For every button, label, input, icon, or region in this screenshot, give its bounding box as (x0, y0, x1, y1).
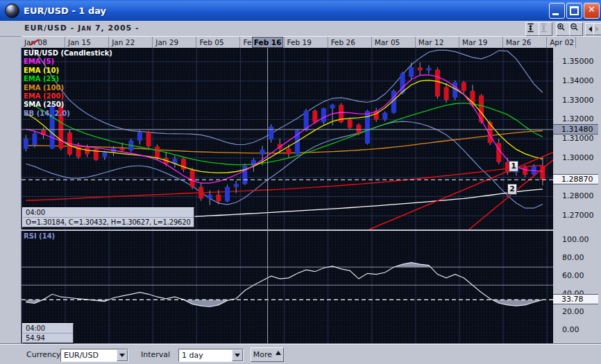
candle (208, 195, 212, 199)
axis-highlight-label: 1.28870 (553, 174, 598, 184)
candle (312, 111, 317, 123)
interval-select[interactable]: 1 day (178, 349, 244, 362)
candle (330, 105, 335, 108)
candle (155, 146, 160, 158)
candle (146, 132, 151, 146)
candle (190, 170, 195, 187)
axis-tick-label: 100.00 (562, 235, 589, 244)
axis-tick-label: 1.31000 (562, 134, 594, 143)
chevron-up-icon (276, 348, 281, 355)
trade-marker-2[interactable]: 2 (507, 184, 517, 195)
rsi-indicator-label: RSI (14) (24, 232, 55, 240)
rsi-tooltip-time: 04:00 (23, 324, 73, 333)
candle (269, 127, 273, 140)
axis-tick-label: 1.34000 (562, 76, 594, 85)
rsi-panel-grid (22, 231, 553, 344)
legend-item: EMA (5) (24, 58, 112, 66)
more-button-label: More (253, 350, 272, 359)
currency-dropdown-button[interactable] (117, 349, 128, 361)
candle (496, 143, 501, 162)
axis-highlight-label: 1.31480 (553, 124, 598, 135)
candle (426, 68, 431, 71)
candle (348, 120, 353, 128)
candle (418, 67, 423, 70)
currency-select[interactable]: EUR/USD (60, 349, 128, 362)
axis-tick-label: 1.32000 (562, 114, 594, 123)
price-tooltip-ohlc: O=1.30184, C=1.30432, H=1.30627, L=1.296… (23, 217, 194, 227)
legend-item: EMA (25) (24, 75, 112, 83)
candle (409, 67, 414, 77)
candle (435, 69, 440, 96)
legend-item: EMA (100) (24, 84, 112, 92)
candle (76, 146, 81, 157)
trade-marker-1[interactable]: 1 (509, 161, 518, 172)
interval-dropdown-button[interactable] (232, 349, 243, 361)
candle (102, 153, 107, 157)
candle (24, 139, 28, 149)
value-axis-gutter: 1.350001.340001.330001.320001.310001.300… (553, 48, 601, 344)
axis-tick-label: 60.00 (562, 271, 584, 280)
axis-tick-label: 80.00 (562, 253, 584, 262)
chevron-down-icon (235, 354, 240, 360)
axis-tick-label: 0.00 (562, 325, 579, 334)
axis-tick-label: 1.30000 (562, 153, 594, 162)
candle (382, 113, 387, 120)
candle (234, 184, 239, 187)
candle (137, 132, 142, 141)
candle (356, 125, 361, 134)
candle (321, 108, 326, 122)
legend-item: BB (14, 2.0) (24, 110, 112, 118)
axis-tick-label: 1.28000 (562, 191, 594, 200)
candle (94, 149, 99, 160)
axis-tick-label: 1.33000 (562, 96, 594, 105)
control-bar: Currency EUR/USD Interval 1 day More (0, 344, 601, 364)
candle (523, 166, 527, 175)
legend-item: EMA (200) (24, 92, 112, 101)
axis-tick-label: 1.35000 (562, 57, 594, 66)
legend-item: SMA (250) (24, 101, 112, 109)
rsi-tooltip-value: 54.94 (23, 333, 73, 343)
chart-window: EUR/USD - 1 day ✕ EUR/USD - Jan 7, 2005 … (0, 0, 601, 364)
candle (286, 149, 291, 155)
axis-tick-label: 20.00 (562, 307, 584, 316)
candle (444, 87, 449, 100)
candle (225, 187, 230, 202)
candle (198, 187, 203, 199)
interval-value: 1 day (182, 351, 203, 360)
chart-legend: EUR/USD (Candlestick)EMA (5)EMA (10)EMA … (24, 49, 112, 118)
candle (260, 150, 265, 155)
candle (479, 96, 484, 123)
currency-value: EUR/USD (64, 351, 99, 360)
axis-tick-label: 1.27000 (562, 211, 594, 220)
interval-label: Interval (141, 350, 170, 359)
rsi-tooltip: 04:00 54.94 (22, 323, 74, 343)
chevron-down-icon (119, 354, 125, 360)
legend-item: EMA (10) (24, 67, 112, 75)
candle (32, 133, 37, 145)
candle (216, 195, 221, 202)
candle (462, 83, 466, 92)
candle (181, 159, 186, 170)
legend-item: EUR/USD (Candlestick) (24, 49, 112, 58)
price-tooltip-time: 04:00 (23, 208, 194, 217)
price-tooltip: 04:00 O=1.30184, C=1.30432, H=1.30627, L… (22, 207, 194, 227)
more-button[interactable]: More (251, 347, 284, 362)
currency-label: Currency (26, 350, 61, 359)
candle (242, 166, 247, 184)
candle (120, 148, 125, 150)
axis-highlight-label: 33.78 (553, 294, 598, 304)
